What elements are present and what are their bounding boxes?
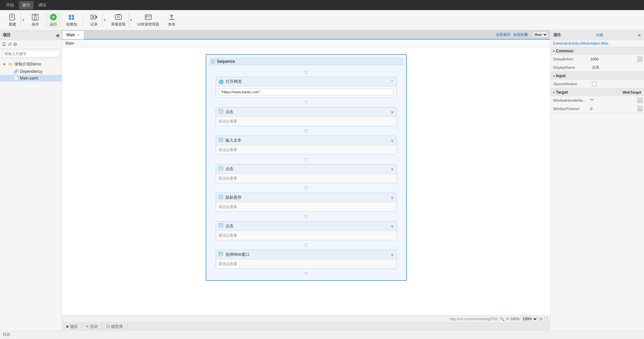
right-panel-outline-link[interactable]: 大纲 <box>596 33 603 38</box>
deps-button[interactable]: 依赖包 <box>63 12 80 28</box>
activity-mouse-hover[interactable]: 鼠标悬停 ∨ 双击以查看 <box>216 193 397 212</box>
svg-rect-22 <box>146 17 147 18</box>
tree-item-main[interactable]: 📄 Main.xaml <box>0 75 62 82</box>
activity-input-text[interactable]: 输入文本 ∨ 双击以查看 <box>216 136 397 155</box>
zoom-select[interactable]: 100% 75% 150% <box>521 316 538 322</box>
activity-click-1-body[interactable]: 双击以查看 <box>216 117 396 126</box>
project-panel-header: 项目 ◀ <box>0 30 62 40</box>
prop-window-handle-value: … <box>589 96 644 104</box>
expand-all-btn[interactable]: 全部展开 <box>496 32 511 37</box>
panel-settings-icon[interactable]: ⚙ <box>13 42 17 47</box>
activity-mouse-hover-body[interactable]: 双击以查看 <box>216 202 396 211</box>
screenshot-button[interactable]: 屏幕抓取 <box>108 12 128 28</box>
right-panel: 属性 大纲 ✕ Everdroid.Activity.UIAutomation.… <box>550 30 644 331</box>
activity-input-text-header[interactable]: 输入文本 ∨ <box>216 136 396 145</box>
zoom-out-icon[interactable]: 🔍 <box>500 317 504 321</box>
props-section-target-header[interactable]: ▪ Target WebTarget <box>550 88 644 96</box>
prop-window-handle-input[interactable] <box>590 98 637 102</box>
tab-main[interactable]: Main ✕ <box>62 31 84 39</box>
panel-refresh-icon[interactable]: ↺ <box>8 42 12 47</box>
click-1-title: 点击 <box>225 109 233 115</box>
activity-click-1-header[interactable]: 点击 ∨ <box>216 107 396 117</box>
activity-mouse-hover-header[interactable]: 鼠标悬停 ∨ <box>216 193 396 202</box>
activity-click-2[interactable]: 点击 ∨ 双击以查看 <box>216 164 397 183</box>
connector-1: ▽ <box>304 98 308 106</box>
folder-icon: 📁 <box>8 62 13 67</box>
open-web-collapse-icon[interactable]: ⌃ <box>390 80 394 84</box>
open-web-url-input[interactable] <box>219 89 394 95</box>
opens-window-checkbox[interactable] <box>592 82 597 86</box>
prop-delay-before-edit-btn[interactable]: … <box>637 56 643 62</box>
activity-open-web-header[interactable]: 🌐 打开网页 ⌃ <box>216 77 396 87</box>
click-2-expand-icon[interactable]: ∨ <box>391 167 394 172</box>
fit-screen-icon[interactable]: ⊡ <box>539 317 542 321</box>
prop-window-timeout-input[interactable] <box>590 107 637 111</box>
activity-click-1[interactable]: 点击 ∨ 双击以查看 <box>216 107 397 126</box>
record-icon <box>90 13 98 21</box>
activity-click-3[interactable]: 点击 ∨ 双击以查看 <box>216 221 397 240</box>
tree-item-root[interactable]: ▼ 📁 录制介绍Demo <box>0 60 62 68</box>
tab-close-icon[interactable]: ✕ <box>77 33 80 37</box>
new-button[interactable]: 新建 <box>4 12 21 28</box>
tree-area: ▼ 📁 录制介绍Demo 🔗 Dependency 📄 Main.xaml <box>0 59 62 331</box>
activity-click-2-header[interactable]: 点击 ∨ <box>216 164 396 174</box>
bottom-tab-models[interactable]: ◎ 模型库 <box>102 323 127 331</box>
prop-window-handle-edit-btn[interactable]: … <box>637 98 643 103</box>
prop-opens-window: OpensWindow <box>550 80 644 88</box>
record-dropdown-arrow[interactable]: ▾ <box>102 13 107 27</box>
activity-mouse-hover-left: 鼠标悬停 <box>219 195 241 200</box>
mouse-hover-expand-icon[interactable]: ∨ <box>391 195 394 200</box>
prop-delay-before-input[interactable] <box>590 57 637 61</box>
svg-rect-6 <box>34 14 37 16</box>
click-1-expand-icon[interactable]: ∨ <box>391 110 394 114</box>
activity-click-3-body[interactable]: 双击以查看 <box>216 231 396 240</box>
new-label: 新建 <box>9 22 16 27</box>
activity-select-web-body[interactable]: 双击以查看 <box>216 259 396 269</box>
input-text-expand-icon[interactable]: ∨ <box>391 138 394 143</box>
input-text-icon <box>219 138 223 143</box>
right-panel-close-icon[interactable]: ✕ <box>637 33 641 38</box>
project-panel-title: 项目 <box>3 32 11 38</box>
tree-item-dependency[interactable]: 🔗 Dependency <box>0 68 62 75</box>
svg-rect-19 <box>117 14 120 15</box>
prop-window-timeout-edit-btn[interactable]: … <box>637 106 643 111</box>
tree-main-label: Main.xaml <box>20 76 38 81</box>
publish-button[interactable]: 发布 <box>163 12 180 28</box>
bottom-tab-project[interactable]: ■ 项目 <box>62 323 82 331</box>
select-web-expand-icon[interactable]: ∨ <box>391 252 394 257</box>
workflow-canvas[interactable]: ⊡ Sequence ▽ 🌐 打开网页 <box>62 47 550 315</box>
activity-input-text-body[interactable]: 双击以查看 <box>216 145 396 154</box>
record-button[interactable]: 记录 <box>86 12 102 28</box>
collapse-all-btn[interactable]: 全部折叠 <box>513 32 528 37</box>
activity-select-web[interactable]: 选择Web窗口 ∨ 双击以查看 <box>216 250 397 269</box>
prop-display-name-key: DisplayName <box>550 64 591 71</box>
screenshot-dropdown-arrow[interactable]: ▾ <box>128 13 133 27</box>
tab-dropdown[interactable]: Main <box>533 32 548 37</box>
prop-window-timeout-value: … <box>589 105 644 113</box>
new-dropdown-arrow[interactable]: ▾ <box>21 13 25 27</box>
tab-main-label: Main <box>66 33 75 37</box>
activity-click-2-body[interactable]: 双击以查看 <box>216 174 396 183</box>
panel-collapse-icon[interactable]: ◀ <box>55 33 59 38</box>
props-section-common-header[interactable]: ▪ Common <box>550 47 644 55</box>
click-3-expand-icon[interactable]: ∨ <box>391 224 394 229</box>
menu-design[interactable]: 设计 <box>19 1 34 9</box>
panel-toolbar: ☰ ↺ ⚙ <box>0 40 62 49</box>
panel-menu-icon[interactable]: ☰ <box>2 42 6 47</box>
click-2-title: 点击 <box>225 166 233 172</box>
section-input-expand-icon: ▪ <box>553 74 554 78</box>
activity-click-3-header[interactable]: 点击 ∨ <box>216 222 396 231</box>
menu-start[interactable]: 开始 <box>3 1 17 9</box>
fullscreen-icon[interactable]: ⛶ <box>544 317 547 321</box>
search-input[interactable] <box>2 50 60 57</box>
activity-open-web[interactable]: 🌐 打开网页 ⌃ <box>216 77 397 98</box>
save-button[interactable]: 保存 <box>27 12 44 28</box>
activity-select-web-header[interactable]: 选择Web窗口 ∨ <box>216 250 396 259</box>
bottom-tab-activities[interactable]: × 活动 <box>82 323 102 331</box>
ui-manager-button[interactable]: UI资源管理器 <box>135 12 162 28</box>
connector-5: ▽ <box>304 212 308 221</box>
run-button[interactable]: 运行 <box>45 12 62 28</box>
zoom-refresh-icon[interactable]: ↺ <box>506 317 509 321</box>
menu-debug[interactable]: 调试 <box>35 1 50 9</box>
props-section-input-header[interactable]: ▪ Input <box>550 72 644 80</box>
